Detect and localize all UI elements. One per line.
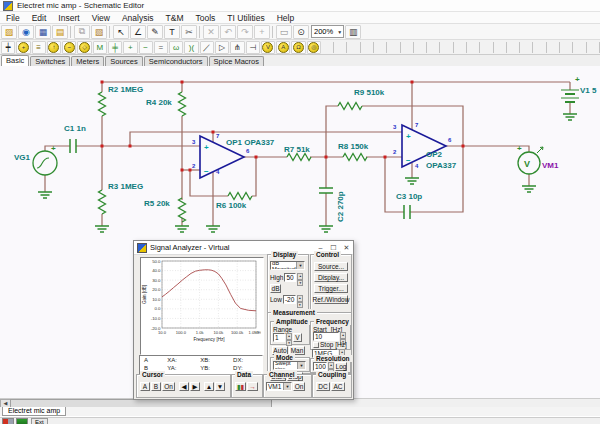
resolution-input[interactable]: 100: [313, 362, 327, 371]
cursor-a-button[interactable]: A: [140, 382, 150, 391]
trigger--button[interactable]: Trigger...: [314, 284, 348, 293]
svg-text:30.0: 30.0: [152, 278, 161, 283]
status-power-icon[interactable]: [16, 418, 28, 424]
cursor-on-button[interactable]: On: [162, 382, 175, 391]
svg-text:1.0MEG: 1.0MEG: [248, 330, 261, 335]
label-r2[interactable]: R2 1MEG: [108, 85, 143, 94]
label-r8[interactable]: R8 150k: [338, 142, 368, 151]
export-icon[interactable]: ▤: [52, 25, 68, 39]
redo-icon[interactable]: ↷: [237, 25, 253, 39]
db-button[interactable]: dB: [270, 284, 281, 293]
label-op2-name[interactable]: OP2: [426, 150, 442, 159]
menu-item-tools[interactable]: Tools: [190, 13, 222, 23]
analyzer-icon: [137, 243, 147, 253]
zoom-in-icon[interactable]: +: [254, 25, 270, 39]
range-spinner[interactable]: [286, 333, 292, 342]
high-label: High: [270, 274, 283, 281]
menu-item-insert[interactable]: Insert: [52, 13, 85, 23]
cursor-right-button[interactable]: ▶: [190, 382, 200, 391]
display-mode-dropdown[interactable]: dB Magnitude: [270, 261, 305, 270]
channel-group: Channel VM1 On: [263, 374, 312, 398]
cursor-left-button[interactable]: ◀: [179, 382, 189, 391]
voltmeter-v-icon: V: [524, 159, 530, 169]
label-vm1[interactable]: VM1: [542, 161, 558, 170]
menu-item-file[interactable]: File: [0, 13, 26, 23]
save-icon[interactable]: ▦: [35, 25, 51, 39]
dc-button[interactable]: DC: [316, 382, 330, 391]
low-spinner[interactable]: [297, 295, 303, 304]
delete-icon[interactable]: ✕: [203, 25, 219, 39]
svg-text:-10.0: -10.0: [151, 316, 161, 321]
select-icon[interactable]: ↖: [113, 25, 129, 39]
globe-icon[interactable]: ◉: [18, 25, 34, 39]
open-icon[interactable]: ▨: [1, 25, 17, 39]
high-input[interactable]: 50: [284, 273, 296, 282]
status-mode-icon[interactable]: [2, 418, 14, 424]
label-r3[interactable]: R3 1MEG: [108, 182, 143, 191]
volts-button[interactable]: V: [293, 333, 302, 342]
high-spinner[interactable]: [297, 273, 303, 282]
cursor-down-button[interactable]: ▼: [215, 382, 225, 391]
menu-item-t-m[interactable]: T&M: [160, 13, 190, 23]
low-input[interactable]: -20: [283, 295, 296, 304]
export-chart-icon[interactable]: ▮▮: [235, 382, 246, 391]
copy-icon[interactable]: ⧉: [74, 25, 90, 39]
sheet-tab[interactable]: Electret mic amp: [2, 407, 66, 416]
close-button[interactable]: ✕: [340, 244, 353, 252]
label-c3[interactable]: C3 10p: [396, 192, 422, 201]
cut-icon[interactable]: ✂: [181, 25, 197, 39]
menu-item-edit[interactable]: Edit: [26, 13, 53, 23]
ac-button[interactable]: AC: [331, 382, 345, 391]
svg-text:−: −: [406, 156, 411, 165]
signal-analyzer-window[interactable]: Signal Analyzer - Virtual – ☐ ✕ 50.040.0…: [133, 240, 354, 400]
menu-item-analysis[interactable]: Analysis: [116, 13, 160, 23]
label-r9[interactable]: R9 510k: [354, 88, 384, 97]
label-v1[interactable]: V1 5: [580, 86, 596, 95]
menu-item-view[interactable]: View: [86, 13, 116, 23]
stop-checkbox[interactable]: [313, 342, 319, 348]
wires[interactable]: [45, 82, 570, 226]
resolution-spinner[interactable]: [328, 362, 334, 371]
mode-dropdown[interactable]: Swept sine: [273, 361, 306, 370]
channel-dropdown[interactable]: VM1: [266, 382, 292, 391]
svg-text:50.0: 50.0: [152, 259, 161, 264]
svg-text:Frequency [Hz]: Frequency [Hz]: [193, 337, 224, 342]
label-op2-model[interactable]: OPA337: [426, 161, 456, 170]
label-vg1[interactable]: VG1: [14, 153, 30, 162]
readout-cell: YA:: [163, 365, 196, 371]
label-r5[interactable]: R5 20k: [144, 199, 170, 208]
ground-icon: [175, 226, 189, 232]
label-r7[interactable]: R7 51k: [284, 145, 310, 154]
ref-window-button[interactable]: Ref./Window: [314, 295, 348, 304]
menu-item-ti-utilities[interactable]: TI Utilities: [221, 13, 270, 23]
range-input[interactable]: 1: [273, 333, 285, 342]
frame-icon[interactable]: ▭: [276, 25, 292, 39]
label-c2[interactable]: C2 270p: [336, 191, 345, 222]
export-data-icon[interactable]: →: [247, 382, 258, 391]
pen-icon[interactable]: ✎: [147, 25, 163, 39]
zoom-level-dropdown[interactable]: 200%: [311, 25, 344, 38]
cursor-up-button[interactable]: ▲: [204, 382, 214, 391]
freq-start-spinner[interactable]: [340, 332, 346, 341]
label-r4[interactable]: R4 20k: [146, 98, 172, 107]
status-bar: Ext: [0, 417, 600, 424]
status-ext-badge: Ext: [31, 418, 48, 424]
label-op1[interactable]: OP1 OPA337: [226, 138, 274, 147]
channel-on-button[interactable]: On: [293, 382, 305, 391]
ic-macro-icon[interactable]: ▥: [345, 25, 361, 39]
zoom-tool-icon[interactable]: ⊙: [293, 25, 309, 39]
source--button[interactable]: Source...: [314, 262, 348, 271]
cursor-b-button[interactable]: B: [151, 382, 161, 391]
text-icon[interactable]: T: [164, 25, 180, 39]
display-group: Display dB Magnitude High 50 dB Low -20: [267, 254, 309, 314]
freq-start-input[interactable]: 10: [313, 332, 339, 341]
wire-mode-icon[interactable]: ∠: [130, 25, 146, 39]
menu-item-help[interactable]: Help: [271, 13, 300, 23]
label-c1[interactable]: C1 1n: [64, 124, 86, 133]
log-button[interactable]: Log: [335, 362, 347, 371]
main-toolbar: ▨◉▦▤⧉▧↖∠✎T✂✕↶↷+▭⊙200%▥: [0, 24, 600, 40]
paste-icon[interactable]: ▧: [91, 25, 107, 39]
display--button[interactable]: Display...: [314, 273, 348, 282]
label-r6[interactable]: R6 100k: [216, 201, 246, 210]
undo-icon[interactable]: ↶: [220, 25, 236, 39]
